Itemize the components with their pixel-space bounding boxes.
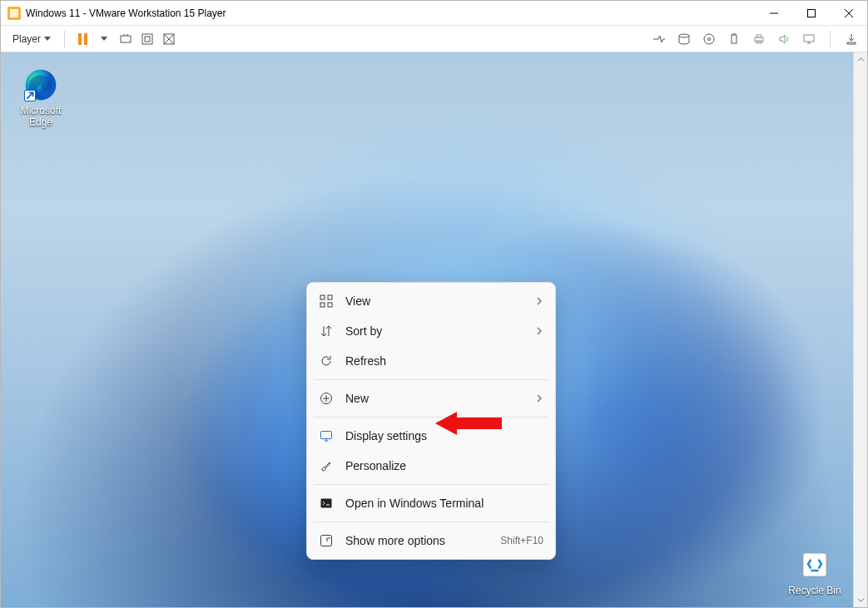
- sort-icon: [319, 324, 334, 339]
- ctx-item-refresh[interactable]: Refresh: [310, 346, 552, 376]
- vmware-window: Windows 11 - VMware Workstation 15 Playe…: [0, 0, 868, 608]
- shortcut-overlay-icon: [24, 90, 36, 101]
- power-options-dropdown[interactable]: [95, 30, 113, 48]
- svg-rect-14: [803, 553, 826, 576]
- scroll-down-button[interactable]: [854, 593, 868, 607]
- svg-rect-3: [145, 37, 150, 42]
- toolbar-separator: [830, 31, 831, 47]
- ctx-separator: [314, 521, 548, 522]
- vmware-toolbar: Player: [1, 26, 867, 52]
- vmware-client-area: Microsoft Edge Recycle Bin: [1, 52, 867, 607]
- svg-rect-17: [328, 295, 332, 299]
- ctx-separator: [314, 484, 548, 485]
- ctx-item-label: Open in Windows Terminal: [345, 497, 543, 510]
- ctx-item-label: Sort by: [345, 324, 523, 338]
- vmware-window-title: Windows 11 - VMware Workstation 15 Playe…: [26, 7, 226, 19]
- minimize-button[interactable]: [755, 1, 792, 25]
- ctx-separator: [314, 379, 548, 380]
- ctx-item-label: Display settings: [345, 429, 543, 442]
- cd-dvd-icon[interactable]: [700, 30, 718, 48]
- svg-rect-8: [732, 35, 737, 43]
- desktop-icon-edge[interactable]: Microsoft Edge: [9, 67, 72, 129]
- svg-rect-19: [328, 303, 332, 307]
- ctx-item-show-more-options[interactable]: Show more options Shift+F10: [310, 526, 552, 556]
- ctx-item-sort-by[interactable]: Sort by: [310, 316, 552, 346]
- display-settings-icon: [319, 428, 334, 443]
- refresh-icon: [319, 353, 334, 368]
- maximize-button[interactable]: [792, 1, 830, 25]
- svg-point-6: [704, 34, 714, 44]
- ctx-item-view[interactable]: View: [310, 286, 552, 316]
- vmware-titlebar[interactable]: Windows 11 - VMware Workstation 15 Playe…: [1, 1, 867, 26]
- ctx-item-label: Personalize: [345, 459, 543, 472]
- network-adapter-icon[interactable]: [650, 30, 668, 48]
- desktop-icon-label: Microsoft Edge: [9, 106, 72, 129]
- chevron-right-icon: [535, 294, 543, 308]
- scroll-up-button[interactable]: [854, 52, 868, 67]
- chevron-down-icon: [101, 37, 107, 41]
- player-menu[interactable]: Player: [7, 30, 56, 48]
- grid-icon: [319, 294, 334, 309]
- hard-disk-icon[interactable]: [675, 30, 693, 48]
- display-icon[interactable]: [800, 30, 818, 48]
- ctx-item-label: View: [345, 294, 523, 308]
- desktop-context-menu: View Sort by: [306, 282, 556, 560]
- svg-rect-22: [321, 499, 332, 508]
- svg-rect-10: [756, 35, 761, 37]
- chevron-down-icon: [44, 37, 51, 41]
- edge-icon: [23, 67, 58, 102]
- recycle-bin-icon: [797, 547, 832, 582]
- plus-circle-icon: [319, 391, 334, 406]
- pause-vm-button[interactable]: [73, 30, 92, 48]
- fullscreen-button[interactable]: [138, 30, 156, 48]
- svg-point-7: [708, 37, 711, 40]
- usb-device-icon[interactable]: [725, 30, 743, 48]
- svg-rect-0: [807, 9, 815, 17]
- desktop-icon-label: Recycle Bin: [783, 586, 846, 597]
- ctx-item-new[interactable]: New: [310, 383, 552, 413]
- windows-desktop[interactable]: Microsoft Edge Recycle Bin: [1, 52, 853, 607]
- sound-card-icon[interactable]: [775, 30, 793, 48]
- unity-mode-button[interactable]: [160, 30, 178, 48]
- vmware-app-icon: [7, 7, 21, 20]
- send-ctrl-alt-del-button[interactable]: [117, 30, 135, 48]
- ctx-item-label: Show more options: [345, 534, 489, 547]
- ctx-item-open-terminal[interactable]: Open in Windows Terminal: [310, 488, 552, 518]
- ctx-item-label: Refresh: [345, 354, 543, 368]
- ctx-item-personalize[interactable]: Personalize: [310, 451, 552, 481]
- svg-rect-2: [142, 34, 152, 44]
- svg-point-5: [679, 34, 689, 37]
- pause-icon: [78, 33, 87, 45]
- install-tools-button[interactable]: [842, 30, 861, 48]
- more-options-icon: [319, 533, 334, 548]
- close-button[interactable]: [830, 1, 867, 25]
- ctx-item-display-settings[interactable]: Display settings: [310, 421, 552, 451]
- player-menu-label: Player: [12, 33, 41, 45]
- printer-icon[interactable]: [750, 30, 768, 48]
- svg-rect-18: [320, 303, 325, 307]
- toolbar-separator: [64, 31, 65, 47]
- svg-rect-16: [320, 295, 325, 299]
- paintbrush-icon: [319, 458, 334, 473]
- svg-rect-1: [121, 36, 131, 42]
- svg-rect-12: [804, 35, 814, 42]
- ctx-item-label: New: [345, 392, 523, 405]
- chevron-right-icon: [535, 392, 543, 405]
- chevron-right-icon: [535, 324, 543, 338]
- terminal-icon: [319, 496, 334, 511]
- vertical-scrollbar[interactable]: [853, 52, 867, 607]
- desktop-icon-recycle-bin[interactable]: Recycle Bin: [783, 547, 846, 597]
- svg-rect-21: [321, 432, 332, 439]
- ctx-separator: [314, 417, 548, 418]
- ctx-item-shortcut: Shift+F10: [500, 535, 543, 546]
- svg-rect-23: [321, 536, 332, 546]
